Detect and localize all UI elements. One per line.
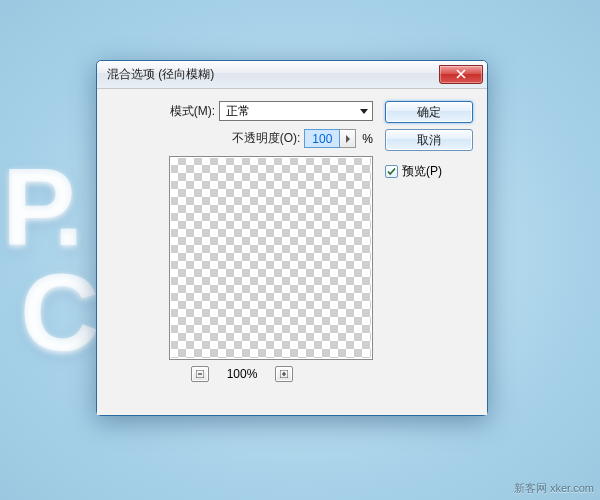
preview-label: 预览(P) (402, 163, 442, 180)
preview-checkbox[interactable] (385, 165, 398, 178)
right-column: 确定 取消 预览(P) (385, 101, 473, 405)
opacity-spinner[interactable] (340, 129, 356, 148)
opacity-input[interactable] (304, 129, 340, 148)
watermark: 新客网 xker.com (514, 481, 594, 496)
preview-canvas (169, 156, 373, 360)
preview-checkbox-row[interactable]: 预览(P) (385, 163, 473, 180)
mode-label: 模式(M): (170, 103, 215, 120)
opacity-unit: % (362, 132, 373, 146)
check-icon (387, 167, 396, 176)
dialog-body: 模式(M): 正常 不透明度(O): % 100% (97, 89, 487, 415)
blend-options-dialog: 混合选项 (径向模糊) 模式(M): 正常 不透明度(O): % (96, 60, 488, 416)
dialog-title: 混合选项 (径向模糊) (107, 66, 439, 83)
background-ice-text: P. C (2, 155, 91, 364)
ok-button[interactable]: 确定 (385, 101, 473, 123)
chevron-right-icon (345, 135, 351, 143)
zoom-controls: 100% (111, 366, 373, 382)
zoom-value: 100% (227, 367, 258, 381)
plus-icon (280, 370, 288, 378)
opacity-row: 不透明度(O): % (111, 129, 373, 148)
dialog-titlebar[interactable]: 混合选项 (径向模糊) (97, 61, 487, 89)
left-column: 模式(M): 正常 不透明度(O): % 100% (111, 101, 373, 405)
opacity-label: 不透明度(O): (232, 130, 301, 147)
mode-value: 正常 (226, 103, 250, 120)
zoom-out-button[interactable] (191, 366, 209, 382)
chevron-down-icon (360, 109, 368, 114)
mode-select[interactable]: 正常 (219, 101, 373, 121)
zoom-in-button[interactable] (275, 366, 293, 382)
cancel-button[interactable]: 取消 (385, 129, 473, 151)
close-icon (456, 69, 466, 79)
close-button[interactable] (439, 65, 483, 84)
minus-icon (196, 370, 204, 378)
mode-row: 模式(M): 正常 (111, 101, 373, 121)
